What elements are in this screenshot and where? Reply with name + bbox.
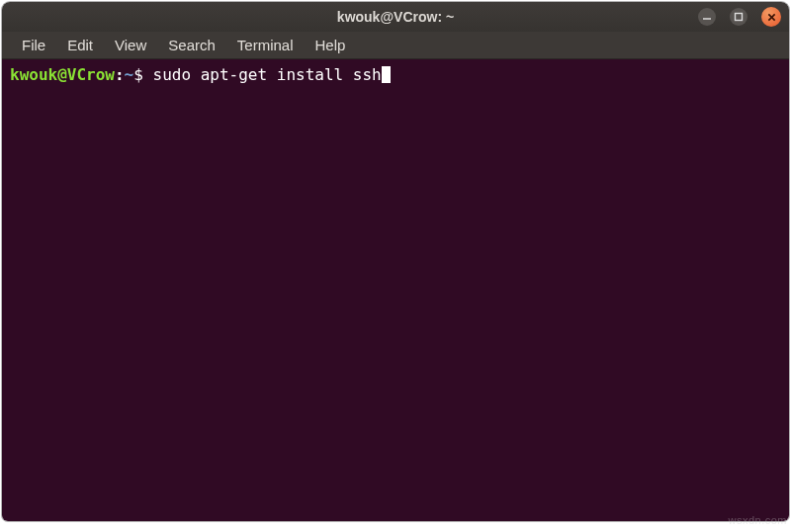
close-icon xyxy=(767,13,776,22)
close-button[interactable] xyxy=(761,7,781,27)
svg-rect-1 xyxy=(736,14,743,21)
cursor xyxy=(382,66,391,83)
minimize-icon xyxy=(702,12,712,22)
terminal-body[interactable]: kwouk@VCrow:~$ sudo apt-get install ssh xyxy=(2,59,789,521)
titlebar[interactable]: kwouk@VCrow: ~ xyxy=(2,2,789,32)
watermark: wsxdn.com xyxy=(728,514,787,526)
window-controls xyxy=(698,2,781,32)
prompt-line: kwouk@VCrow:~$ sudo apt-get install ssh xyxy=(10,65,781,85)
terminal-window: kwouk@VCrow: ~ File Edit View Search Ter… xyxy=(2,2,789,521)
command-text: sudo apt-get install ssh xyxy=(153,65,382,84)
menu-search[interactable]: Search xyxy=(158,35,225,55)
menu-file[interactable]: File xyxy=(12,35,55,55)
menu-help[interactable]: Help xyxy=(306,35,356,55)
prompt-symbol: $ xyxy=(133,65,152,84)
maximize-button[interactable] xyxy=(730,8,747,26)
menubar: File Edit View Search Terminal Help xyxy=(2,32,789,59)
prompt-userhost: kwouk@VCrow xyxy=(10,65,115,84)
minimize-button[interactable] xyxy=(698,8,716,26)
window-title: kwouk@VCrow: ~ xyxy=(2,9,789,25)
prompt-colon: : xyxy=(115,65,125,84)
maximize-icon xyxy=(734,12,744,22)
menu-edit[interactable]: Edit xyxy=(57,35,103,55)
menu-terminal[interactable]: Terminal xyxy=(227,35,304,55)
menu-view[interactable]: View xyxy=(105,35,156,55)
prompt-path: ~ xyxy=(125,65,134,84)
